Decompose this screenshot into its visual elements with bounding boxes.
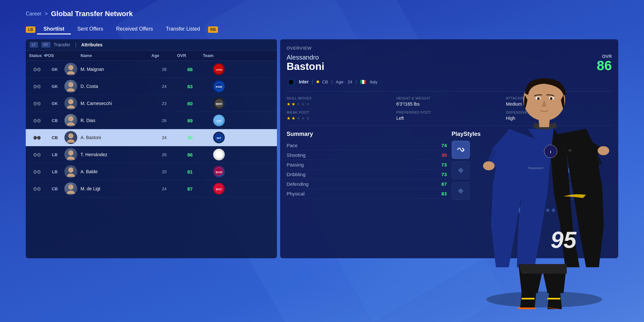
breadcrumb-career[interactable]: Career xyxy=(26,11,42,17)
scout-icon xyxy=(29,101,45,106)
player-ovr: 89 xyxy=(177,118,203,123)
svg-rect-8 xyxy=(36,86,38,87)
player-row[interactable]: CB A. Bastoni 24 86 INT xyxy=(26,129,277,146)
scout-icon xyxy=(29,186,45,191)
team-logo: BAR xyxy=(203,166,235,177)
player-age: 24 xyxy=(151,84,177,89)
svg-rect-25 xyxy=(38,136,40,139)
player-row[interactable]: CB M. de Ligt 24 87 BAY xyxy=(26,180,277,197)
svg-text:ATH: ATH xyxy=(216,68,222,71)
player-avatar xyxy=(64,165,77,178)
svg-rect-6 xyxy=(34,85,36,88)
player-name: A. Bastoni xyxy=(80,135,151,140)
svg-rect-1 xyxy=(38,68,40,71)
player-pos: GK xyxy=(45,101,64,106)
svg-text:BAR: BAR xyxy=(216,171,222,174)
rt-badge: RT xyxy=(41,42,50,48)
breadcrumb-separator: > xyxy=(45,11,48,17)
svg-rect-38 xyxy=(36,171,38,172)
header-ovr[interactable]: OVR xyxy=(177,53,203,58)
player-name: A. Balde xyxy=(80,169,151,174)
team-logo-circle: BER xyxy=(213,98,225,109)
player-avatar xyxy=(64,63,77,76)
player-name: T. Hernández xyxy=(80,152,151,157)
stat-name: Physical xyxy=(287,191,305,196)
attributes-tab[interactable]: Attributes xyxy=(81,42,102,47)
player-first-name: Alessandro xyxy=(287,54,324,61)
tab-transfer-listed[interactable]: Transfer Listed xyxy=(159,24,206,34)
svg-rect-18 xyxy=(34,119,36,122)
svg-rect-31 xyxy=(38,153,40,156)
stat-value: 87 xyxy=(441,181,447,187)
tab-received-offers[interactable]: Received Offers xyxy=(110,24,159,34)
svg-rect-30 xyxy=(34,153,36,156)
stat-value: 73 xyxy=(441,162,447,167)
weak-star-1: ★ xyxy=(287,116,291,121)
weak-foot-group: Weak Foot ★ ★ ★ ★ ★ xyxy=(287,110,393,121)
player-row[interactable]: GK M. Maignan 28 88 ATH xyxy=(26,61,277,78)
player-row[interactable]: GK M. Carnesecchi 23 80 BER xyxy=(26,95,277,112)
weak-foot-label: Weak Foot xyxy=(287,110,393,114)
player-row[interactable]: LB T. Hernández 26 86 MAD xyxy=(26,146,277,163)
svg-rect-7 xyxy=(38,85,40,88)
team-logo-circle: INT xyxy=(213,132,225,143)
player-name: M. Maignan xyxy=(80,67,151,72)
header-age[interactable]: Age xyxy=(151,53,177,58)
svg-rect-43 xyxy=(38,187,40,191)
skill-moves-group: Skill Moves ★ ★ ★ ★ ★ xyxy=(287,96,393,107)
svg-rect-13 xyxy=(38,102,40,105)
svg-point-27 xyxy=(68,133,73,138)
svg-rect-32 xyxy=(36,154,38,155)
skill-moves-label: Skill Moves xyxy=(287,96,393,100)
player-row[interactable]: LB A. Balde 20 81 BAR xyxy=(26,163,277,180)
player-avatar xyxy=(64,148,77,161)
svg-point-67 xyxy=(598,146,609,155)
star-4: ★ xyxy=(301,101,305,107)
weak-star-4: ★ xyxy=(301,116,305,121)
stats-container: Pace 74 Shooting 35 Passing 73 Dribbling… xyxy=(287,141,447,199)
player-row[interactable]: CB R. Dias 26 89 CIT xyxy=(26,112,277,129)
svg-rect-12 xyxy=(34,102,36,105)
player-figure: I Paramount+ eb 95 xyxy=(451,26,638,309)
player-rows-container: GK M. Maignan 28 88 ATH xyxy=(26,61,277,197)
player-ovr: 81 xyxy=(177,169,203,175)
player-avatar xyxy=(64,114,77,127)
player-row[interactable]: GK D. Costa 24 83 POR xyxy=(26,78,277,95)
svg-point-57 xyxy=(538,98,539,99)
stat-row: Physical 83 xyxy=(287,189,447,199)
lt-badge: LT xyxy=(30,42,38,48)
player-pos: CB xyxy=(45,118,64,123)
player-name: D. Costa xyxy=(80,84,151,89)
team-logo: ATH xyxy=(203,63,235,75)
player-age: 26 xyxy=(151,118,177,123)
tab-sent-offers[interactable]: Sent Offers xyxy=(71,24,110,34)
stat-row: Defending 87 xyxy=(287,179,447,189)
svg-rect-24 xyxy=(34,136,36,139)
club-logo: ⬤ xyxy=(287,77,296,86)
header-status[interactable]: Status ▼ xyxy=(29,53,45,58)
scout-icon xyxy=(29,118,45,123)
stat-value: 83 xyxy=(441,191,447,196)
stat-name: Pace xyxy=(287,143,298,148)
svg-text:MAD: MAD xyxy=(216,154,223,157)
transfer-tab[interactable]: Transfer xyxy=(54,42,71,47)
svg-text:eb: eb xyxy=(568,149,572,152)
svg-point-15 xyxy=(68,99,73,104)
scout-icon xyxy=(29,84,45,89)
header-name[interactable]: Name xyxy=(80,53,151,58)
team-logo-circle: ATH xyxy=(213,63,225,75)
summary-section: Summary Pace 74 Shooting 35 Passing 73 D… xyxy=(287,131,447,214)
table-header: Status ▼ POS Name Age OVR Team xyxy=(26,51,277,61)
stat-value: 73 xyxy=(441,172,447,177)
player-avatar xyxy=(64,97,77,110)
svg-point-33 xyxy=(68,150,73,156)
breadcrumb-current: Global Transfer Network xyxy=(51,10,133,18)
skill-moves-stars: ★ ★ ★ ★ ★ xyxy=(287,101,393,107)
player-age: 26 xyxy=(151,152,177,157)
tab-shortlist[interactable]: Shortlist xyxy=(37,24,71,34)
star-5: ★ xyxy=(306,101,310,107)
team-logo-circle: BAY xyxy=(213,183,225,194)
team-logo: CIT xyxy=(203,115,235,126)
country-flag-icon: 🇮🇹 xyxy=(360,79,366,85)
team-logo: POR xyxy=(203,80,235,92)
